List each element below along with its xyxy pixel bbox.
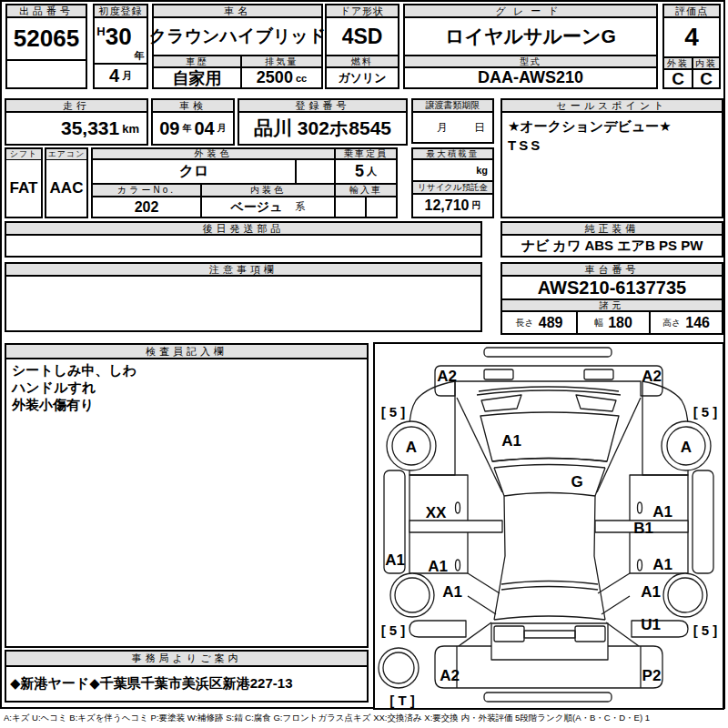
reg-year: 30 <box>106 23 132 51</box>
tread-label-rear-left: [ 5 ] <box>381 622 406 638</box>
inspection-value: 09年 04月 <box>153 113 233 144</box>
specs-header: 諸元 <box>502 300 722 312</box>
transfer-day-label: 日 <box>474 120 485 136</box>
rocker-strip-right <box>693 470 713 573</box>
inspector-notes-content: シートしみ中、しわ ハンドルすれ 外装小傷有り <box>6 359 367 415</box>
transfer-deadline-box: 譲渡書類期限 月 日 <box>411 98 494 144</box>
exterior-color-empty-cell <box>295 160 334 185</box>
mileage-unit: km <box>122 122 139 136</box>
color-no-value: 202 <box>93 197 200 217</box>
lot-number-header: 出品番号 <box>7 5 86 18</box>
damage-label-rear-bumper-left: A2 <box>440 667 460 684</box>
inspection-year-unit: 年 <box>183 122 192 135</box>
width-cell: 幅180 <box>576 312 649 333</box>
molding-band-left <box>410 521 502 532</box>
damage-label-door-right: A1 <box>652 556 672 573</box>
registration-number-value: 品川 302ホ8545 <box>239 113 406 144</box>
max-load-unit: kg <box>476 165 488 176</box>
displacement-number: 2500 <box>257 68 293 87</box>
shift-box: シフト FAT <box>5 147 43 218</box>
office-notice-header: 事務局よりご案内 <box>6 652 367 667</box>
interior-color-name: ベージュ <box>231 199 283 216</box>
interior-color-suffix: 系 <box>295 200 305 214</box>
import-car-header: 輸入車 <box>334 185 396 197</box>
max-load-value: kg <box>413 160 492 182</box>
cowl-band <box>492 459 607 469</box>
length-value: 489 <box>539 315 563 331</box>
model-code-value: DAA-AWS210 <box>405 68 656 87</box>
era-code: H <box>96 25 105 38</box>
car-name-header: 車名 <box>154 5 321 18</box>
lot-number-box: 出品番号 52065 <box>5 4 87 89</box>
apillar-fold-right <box>597 398 641 492</box>
inspector-notes-header: 検査員記入欄 <box>6 345 367 359</box>
damage-code-legend: A:キズ U:ヘコミ B:キズを伴うヘコミ P:要塗装 W:補修跡 S:錆 C:… <box>4 713 724 724</box>
capacity-number: 5 <box>355 162 364 181</box>
lot-number-value: 52065 <box>7 18 86 61</box>
shift-value: FAT <box>6 160 41 217</box>
damage-label-windshield: G <box>571 473 582 490</box>
door-shape-value: 4SD <box>327 18 398 56</box>
inspection-month-unit: 月 <box>217 122 227 135</box>
registration-number-header: 登録番号 <box>239 100 406 113</box>
inspector-note-line: シートしみ中、しわ <box>12 361 361 379</box>
yen-unit: 円 <box>471 199 480 212</box>
score-box: 評価点 4 外装 内装 C C <box>662 4 721 89</box>
front-panel-inner-right <box>584 369 613 379</box>
sales-point-line: TSS <box>508 136 716 155</box>
wheel-rear-left <box>390 573 434 617</box>
aircon-value: AAC <box>46 160 86 217</box>
exterior-color-header: 外装色 <box>93 149 334 160</box>
first-registration-header: 初度登録 <box>95 5 147 18</box>
displacement-value: 2500cc <box>240 68 321 87</box>
damage-label-front-bumper-left: A2 <box>437 368 457 385</box>
headlight-right <box>576 395 616 411</box>
first-registration-year: H30年 <box>95 18 147 65</box>
cautions-empty <box>6 277 480 330</box>
door-handle-left-rear <box>456 560 460 571</box>
oem-equipment-box: 純正装備 ナビ カワ ABS エアB PS PW <box>500 221 723 258</box>
colors-box: 外装色 乗車定員 クロ 5人 カラーNo. 内装色 輸入車 202 ベージュ系 <box>91 147 398 218</box>
door-shape-box: ドア形状 4SD 燃料 ガソリン <box>325 4 399 89</box>
grade-header: グレード <box>405 5 656 18</box>
chassis-value: AWS210-6137735 <box>502 277 722 300</box>
inspection-year: 09 <box>159 118 179 139</box>
capacity-value: 5人 <box>334 160 396 185</box>
apillar-fold-left <box>457 398 502 492</box>
damage-label-fender-right: A1 <box>652 503 672 521</box>
car-damage-diagram: A2 A2 [ 5 ] [ 5 ] A A A1 G XX A1 B1 A1 A… <box>375 344 723 708</box>
later-parts-empty <box>6 236 480 256</box>
tread-label-rear-right: [ 5 ] <box>693 622 718 638</box>
oem-equipment-header: 純正装備 <box>502 223 722 236</box>
transfer-month-label: 月 <box>437 120 448 136</box>
exterior-color-value: クロ <box>93 160 295 185</box>
grade-box: グレード ロイヤルサルーンG 型式 DAA-AWS210 <box>403 4 658 89</box>
inspection-month: 04 <box>195 118 215 139</box>
length-cell: 長さ489 <box>502 312 576 333</box>
reg-month: 4 <box>109 66 119 86</box>
office-notice-value: ◆新港ヤード◆千葉県千葉市美浜区新港227-13 <box>6 667 367 701</box>
grade-value: ロイヤルサルーンG <box>405 18 656 56</box>
exterior-score-value: C <box>664 70 692 87</box>
max-load-box: 最大積載量 kg リサイクル預託金 12,710円 <box>411 147 494 218</box>
quarter-band-left <box>410 621 466 637</box>
recycle-deposit-number: 12,710 <box>425 197 470 214</box>
door-handle-left-front <box>456 502 460 513</box>
aircon-box: エアコン AAC <box>45 147 88 218</box>
spare-tire <box>379 648 419 688</box>
sales-point-content: ★オークションデビュー★ TSS <box>502 113 722 158</box>
interior-color-value: ベージュ系 <box>200 197 334 217</box>
auction-sheet: 出品番号 52065 初度登録 H30年 4月 車名 クラウンハイブリッド 車歴… <box>0 0 728 728</box>
mileage-box: 走行 35,331km <box>5 98 148 146</box>
damage-label-pillar-right: B1 <box>633 520 653 537</box>
damage-label-door-left: A1 <box>428 558 448 575</box>
height-cell: 高さ146 <box>649 312 722 333</box>
grille-band <box>477 387 621 395</box>
first-registration-box: 初度登録 H30年 4月 <box>93 4 148 89</box>
damage-label-hood: A1 <box>501 432 521 450</box>
damage-label-rocker-left: A1 <box>385 551 405 569</box>
inspector-note-line: 外装小傷有り <box>12 396 361 413</box>
rear-bumper-bar <box>484 693 612 702</box>
damage-label-rear-bumper-right: P2 <box>642 667 662 684</box>
oem-equipment-value: ナビ カワ ABS エアB PS PW <box>502 236 722 256</box>
